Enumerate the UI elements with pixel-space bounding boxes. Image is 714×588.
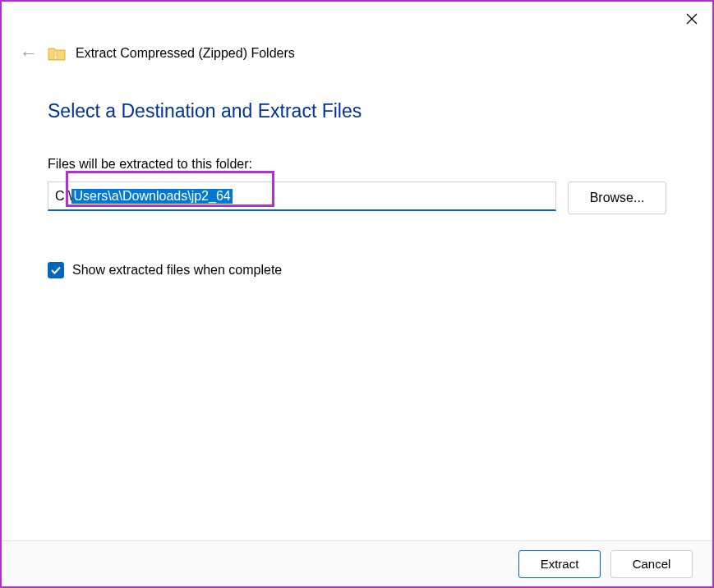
close-button[interactable] (679, 7, 704, 31)
cancel-button[interactable]: Cancel (610, 550, 693, 578)
show-files-label: Show extracted files when complete (72, 263, 282, 278)
back-arrow-icon: ← (20, 44, 38, 62)
close-icon (686, 13, 698, 25)
destination-path-input[interactable]: C:\Users\a\Downloads\jp2_64 (48, 181, 556, 211)
show-files-checkbox[interactable] (48, 262, 64, 278)
svg-rect-2 (54, 51, 57, 59)
destination-label: Files will be extracted to this folder: (48, 157, 666, 172)
header: ← Extract Compressed (Zipped) Folders (20, 44, 295, 62)
path-selected-text: Users\a\Downloads\jp2_64 (71, 189, 232, 204)
window-title: Extract Compressed (Zipped) Folders (76, 46, 295, 61)
extract-button[interactable]: Extract (518, 550, 601, 578)
browse-button[interactable]: Browse... (568, 181, 666, 214)
zip-folder-icon (48, 46, 66, 61)
page-heading: Select a Destination and Extract Files (48, 100, 666, 122)
path-prefix-text: C:\ (55, 189, 71, 204)
footer: Extract Cancel (2, 540, 712, 586)
checkmark-icon (50, 264, 62, 276)
